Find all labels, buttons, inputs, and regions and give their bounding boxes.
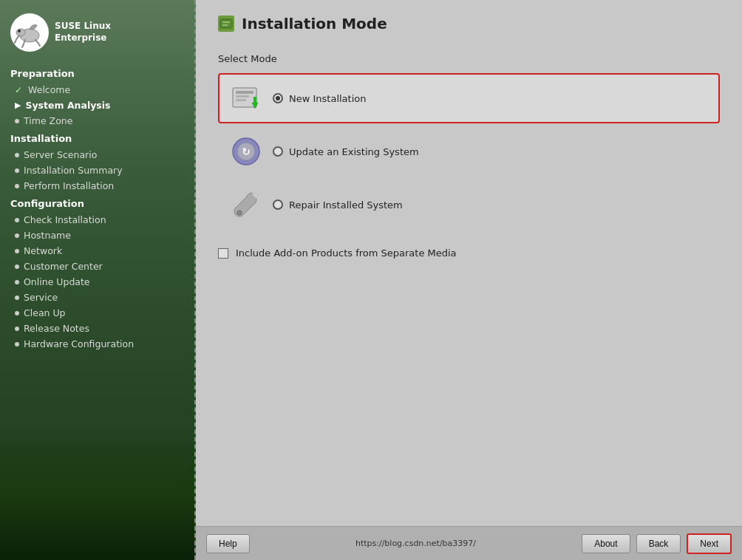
svg-rect-5 <box>222 21 230 23</box>
sidebar-item-release-notes[interactable]: Release Notes <box>0 321 194 336</box>
update-icon: ↻ <box>230 135 262 168</box>
sidebar-item-hardware-configuration[interactable]: Hardware Configuration <box>0 336 194 352</box>
sidebar-nav: Preparation ✓ Welcome ▶ System Analysis … <box>0 61 194 560</box>
nav-label-online-update: Online Update <box>24 276 90 287</box>
bullet-icon <box>15 168 19 173</box>
sidebar-logo: SUSE Linux Enterprise <box>0 7 194 61</box>
arrow-icon: ▶ <box>15 100 21 110</box>
select-mode-label: Select Mode <box>218 53 720 64</box>
nav-label-server-scenario: Server Scenario <box>24 149 97 160</box>
sidebar-item-customer-center[interactable]: Customer Center <box>0 259 194 274</box>
svg-rect-4 <box>220 19 232 28</box>
svg-rect-9 <box>236 95 249 98</box>
update-label: Update an Existing System <box>289 146 419 157</box>
sidebar-item-check-installation[interactable]: Check Installation <box>0 212 194 228</box>
nav-label-clean-up: Clean Up <box>24 307 66 318</box>
nav-label-check-installation: Check Installation <box>24 214 106 225</box>
bullet-icon <box>15 311 19 315</box>
bullet-icon <box>15 119 19 123</box>
bullet-icon <box>15 296 19 300</box>
sidebar-item-hostname[interactable]: Hostname <box>0 228 194 243</box>
bottom-url: https://blog.csdn.net/ba3397/ <box>256 539 576 548</box>
sidebar-item-network[interactable]: Network <box>0 243 194 259</box>
sidebar-item-perform-installation[interactable]: Perform Installation <box>0 178 194 194</box>
bullet-icon <box>15 264 19 269</box>
repair-label: Repair Installed System <box>289 199 403 211</box>
addon-label: Include Add-on Products from Separate Me… <box>236 247 457 259</box>
sidebar-item-service[interactable]: Service <box>0 290 194 305</box>
svg-point-3 <box>18 30 21 33</box>
svg-text:↻: ↻ <box>242 146 251 157</box>
sidebar: SUSE Linux Enterprise Preparation ✓ Welc… <box>0 0 196 560</box>
nav-label-service: Service <box>24 292 58 303</box>
update-radio-group: Update an Existing System <box>273 146 419 157</box>
update-radio[interactable] <box>273 146 283 157</box>
nav-label-perform-installation: Perform Installation <box>24 180 114 191</box>
nav-section-installation: Installation <box>0 129 194 147</box>
svg-rect-6 <box>222 24 228 26</box>
page-title-text: Installation Mode <box>242 15 387 33</box>
svg-point-2 <box>16 29 25 36</box>
nav-label-system-analysis: System Analysis <box>25 100 110 111</box>
bullet-icon <box>15 327 19 331</box>
chameleon-icon <box>10 13 49 52</box>
sidebar-item-clean-up[interactable]: Clean Up <box>0 305 194 321</box>
bottom-bar: Help https://blog.csdn.net/ba3397/ About… <box>196 526 742 560</box>
sidebar-item-welcome[interactable]: ✓ Welcome <box>0 82 194 98</box>
nav-section-preparation: Preparation <box>0 64 194 82</box>
back-button[interactable]: Back <box>636 534 681 553</box>
sidebar-item-online-update[interactable]: Online Update <box>0 274 194 290</box>
new-install-radio-group: New Installation <box>273 93 367 104</box>
new-install-icon <box>230 82 262 115</box>
bullet-icon <box>15 233 19 238</box>
sidebar-item-server-scenario[interactable]: Server Scenario <box>0 147 194 163</box>
bullet-icon <box>15 184 19 188</box>
sidebar-item-installation-summary[interactable]: Installation Summary <box>0 163 194 178</box>
brand-text: SUSE Linux Enterprise <box>55 21 111 44</box>
addon-checkbox[interactable] <box>218 248 228 259</box>
bullet-icon <box>15 280 19 284</box>
mode-options: New Installation ↻ Update an Exis <box>218 73 720 230</box>
bullet-icon <box>15 218 19 222</box>
svg-rect-10 <box>236 99 246 101</box>
check-icon: ✓ <box>15 85 22 95</box>
bullet-icon <box>15 153 19 157</box>
bullet-icon <box>15 342 19 346</box>
next-button[interactable]: Next <box>687 533 732 554</box>
nav-label-installation-summary: Installation Summary <box>24 165 123 176</box>
main-content: Installation Mode Select Mode <box>196 0 742 560</box>
mode-option-new-install[interactable]: New Installation <box>218 73 720 123</box>
new-install-radio[interactable] <box>273 93 283 103</box>
repair-radio[interactable] <box>273 199 283 210</box>
bullet-icon <box>15 249 19 253</box>
nav-label-release-notes: Release Notes <box>24 323 89 334</box>
nav-label-time-zone: Time Zone <box>24 115 72 126</box>
nav-label-hostname: Hostname <box>24 230 71 241</box>
nav-label-customer-center: Customer Center <box>24 261 103 272</box>
mode-option-repair[interactable]: Repair Installed System <box>218 180 720 230</box>
about-button[interactable]: About <box>582 534 630 553</box>
nav-label-network: Network <box>24 245 62 256</box>
sidebar-item-system-analysis[interactable]: ▶ System Analysis <box>0 98 194 113</box>
installation-mode-icon <box>218 16 234 32</box>
mode-option-update[interactable]: ↻ Update an Existing System <box>218 126 720 177</box>
svg-rect-12 <box>253 97 256 104</box>
repair-icon <box>230 188 262 221</box>
nav-section-configuration: Configuration <box>0 194 194 212</box>
addon-row: Include Add-on Products from Separate Me… <box>218 247 720 259</box>
help-button[interactable]: Help <box>206 534 250 553</box>
page-title-row: Installation Mode <box>218 15 720 33</box>
new-install-label: New Installation <box>289 93 367 104</box>
svg-rect-8 <box>236 91 253 94</box>
nav-label-welcome: Welcome <box>28 84 70 95</box>
svg-point-16 <box>237 211 242 215</box>
nav-label-hardware-configuration: Hardware Configuration <box>24 338 134 349</box>
sidebar-item-time-zone[interactable]: Time Zone <box>0 113 194 129</box>
repair-radio-group: Repair Installed System <box>273 199 403 211</box>
